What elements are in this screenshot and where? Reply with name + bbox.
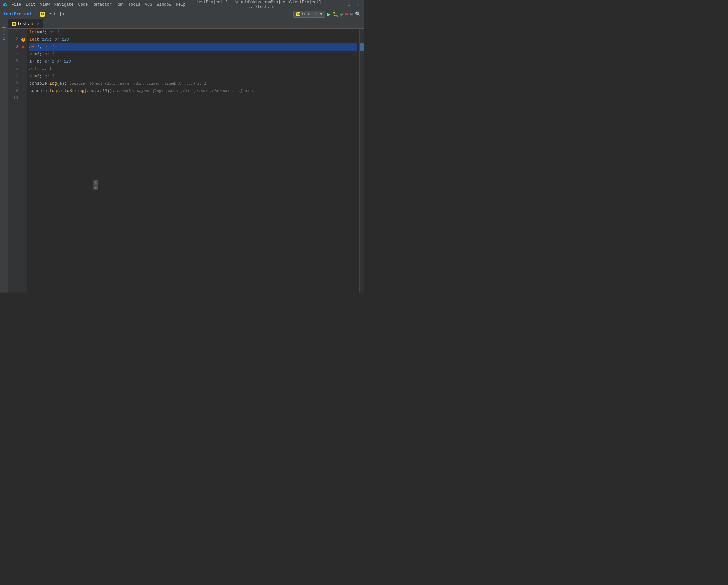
op-7: += xyxy=(32,73,37,80)
project-name[interactable]: testProject xyxy=(3,12,32,17)
num-3: 1 xyxy=(37,43,40,51)
menu-view[interactable]: View xyxy=(40,2,50,7)
code-line-5: a += b ; a: 1 b: 123 xyxy=(29,58,357,65)
menu-bar: File Edit View Navigate Code Refactor Ru… xyxy=(11,2,185,7)
run-controls: JS test.js ▼ ▶ 🐛 ⚙ ■ ⊡ 🔍 xyxy=(293,11,361,18)
project-bar: testProject › JS test.js JS test.js ▼ ▶ … xyxy=(0,9,364,19)
inline-val-6: a: 1 xyxy=(42,65,52,73)
code-line-10 xyxy=(29,95,357,102)
menu-run[interactable]: Run xyxy=(116,2,124,7)
minimap xyxy=(359,29,364,292)
var-b-2: b xyxy=(37,36,40,43)
tostring-9: toString xyxy=(64,87,84,95)
tab-close-button[interactable]: ✕ xyxy=(37,22,40,26)
semi-4: ; xyxy=(40,51,42,58)
gutter-icon-10 xyxy=(20,95,27,102)
semi-2: ; xyxy=(49,36,52,43)
dot-9: . xyxy=(47,87,50,95)
editor-area: JS test.js ✕ 1 2 3 4 5 6 7 8 9 xyxy=(8,19,364,292)
line-num-2: 2 xyxy=(16,36,18,43)
line-num-8: 8 xyxy=(16,80,18,87)
left-sidebar: 1: Project Z: Structure ⚙ 🔌 Favorites ★ xyxy=(0,19,8,292)
semi-6: ; xyxy=(37,65,40,73)
paren-9c: )); xyxy=(107,87,115,95)
gutter-icon-8 xyxy=(20,80,27,87)
gutter-icon-6 xyxy=(20,65,27,73)
debug-button[interactable]: 🐛 xyxy=(333,11,338,17)
menu-window[interactable]: Window xyxy=(157,2,171,7)
minimize-button[interactable]: — xyxy=(337,1,343,8)
file-name: test.js xyxy=(46,12,64,17)
paren-8b: ); xyxy=(62,80,67,87)
menu-file[interactable]: File xyxy=(11,2,21,7)
editor-tab-testjs[interactable]: JS test.js ✕ xyxy=(8,19,43,28)
line-num-4: 4 xyxy=(16,51,18,58)
code-line-3: a += 1 ; a: 1 xyxy=(29,43,357,51)
editor-tab-bar: JS test.js ✕ xyxy=(8,19,364,29)
sidebar-project-icon[interactable]: 1: Project xyxy=(0,21,8,41)
op-5: += xyxy=(32,58,37,65)
log-9: log xyxy=(49,87,57,95)
semi-1: ; xyxy=(44,29,47,36)
editor-gutter-icons: ! xyxy=(20,29,27,292)
menu-vcs[interactable]: VCS xyxy=(145,2,153,7)
line-num-3: 3 xyxy=(16,43,18,51)
kw-let-2: let xyxy=(29,36,37,43)
menu-navigate[interactable]: Navigate xyxy=(54,2,74,7)
menu-help[interactable]: Help xyxy=(176,2,185,7)
gutter-icon-4 xyxy=(20,51,27,58)
breakpoint-arrow-icon xyxy=(22,45,25,49)
code-line-9: console . log ( a . toString ( radix: 16… xyxy=(29,87,357,95)
assign-1: = xyxy=(40,29,42,36)
title-bar-left: WS File Edit View Navigate Code Refactor… xyxy=(3,2,185,7)
semi-3: ; xyxy=(40,43,42,51)
code-line-1: let a = 1 ; a: 1 xyxy=(29,29,357,36)
code-editor[interactable]: 1 2 3 4 5 6 7 8 9 10 ! xyxy=(8,29,364,292)
maximize-button[interactable]: ☐ xyxy=(346,1,352,8)
code-line-8: console . log ( a ); console: Object {lo… xyxy=(29,80,357,87)
line-numbers: 1 2 3 4 5 6 7 8 9 10 xyxy=(8,29,20,292)
close-button[interactable]: ✕ xyxy=(355,1,361,8)
file-breadcrumb[interactable]: JS test.js xyxy=(40,12,64,17)
semi-5: ; xyxy=(40,58,42,65)
run-config-selector[interactable]: JS test.js ▼ xyxy=(293,11,325,18)
inline-val-1: a: 1 xyxy=(50,29,59,36)
menu-edit[interactable]: Edit xyxy=(26,2,35,7)
main-area: 1: Project Z: Structure ⚙ 🔌 Favorites ★ … xyxy=(0,19,364,292)
line-num-9: 9 xyxy=(16,87,18,95)
run-config-arrow: ▼ xyxy=(320,12,322,17)
ws-logo: WS xyxy=(3,2,7,7)
warning-icon: ! xyxy=(21,38,25,42)
menu-refactor[interactable]: Refactor xyxy=(93,2,112,7)
code-line-2: let b = 123 ; b: 123 xyxy=(29,36,357,43)
log-8: log xyxy=(49,80,57,87)
var-a-1: a xyxy=(37,29,40,36)
stop-button[interactable]: ■ xyxy=(345,11,348,17)
split-button[interactable]: ⊡ xyxy=(350,11,353,17)
paren-9a: ( xyxy=(57,87,60,95)
editor-debug-column: JS test.js ✕ 1 2 3 4 5 6 7 8 9 xyxy=(8,19,364,292)
code-line-6: a = 1 ; a: 1 xyxy=(29,65,357,73)
assign-2: = xyxy=(40,36,42,43)
param-radix: radix: xyxy=(87,87,102,95)
title-bar: WS File Edit View Navigate Code Refactor… xyxy=(0,0,364,9)
tab-filename: test.js xyxy=(18,22,34,26)
code-line-7: a += 1 ; a: 1 xyxy=(29,73,357,80)
window-controls: — ☐ ✕ xyxy=(337,1,361,8)
gutter-icon-9 xyxy=(20,87,27,95)
search-everywhere-button[interactable]: 🔍 xyxy=(355,11,361,17)
inline-val-7: a: 1 xyxy=(45,73,54,80)
line-num-7: 7 xyxy=(16,73,18,80)
num-16: 16 xyxy=(102,87,107,95)
coverage-button[interactable]: ⚙ xyxy=(340,11,343,17)
breadcrumb-sep: › xyxy=(35,12,37,17)
minimap-highlight xyxy=(360,43,364,51)
code-content[interactable]: let a = 1 ; a: 1 let b = 123 ; xyxy=(27,29,359,292)
code-line-4: a += 1 ; a: 1 xyxy=(29,51,357,58)
var-a-4: a xyxy=(29,51,32,58)
run-button[interactable]: ▶ xyxy=(327,11,331,18)
menu-code[interactable]: Code xyxy=(78,2,88,7)
run-config-name: test.js xyxy=(302,12,318,17)
line-num-5: 5 xyxy=(16,58,18,65)
menu-tools[interactable]: Tools xyxy=(128,2,140,7)
